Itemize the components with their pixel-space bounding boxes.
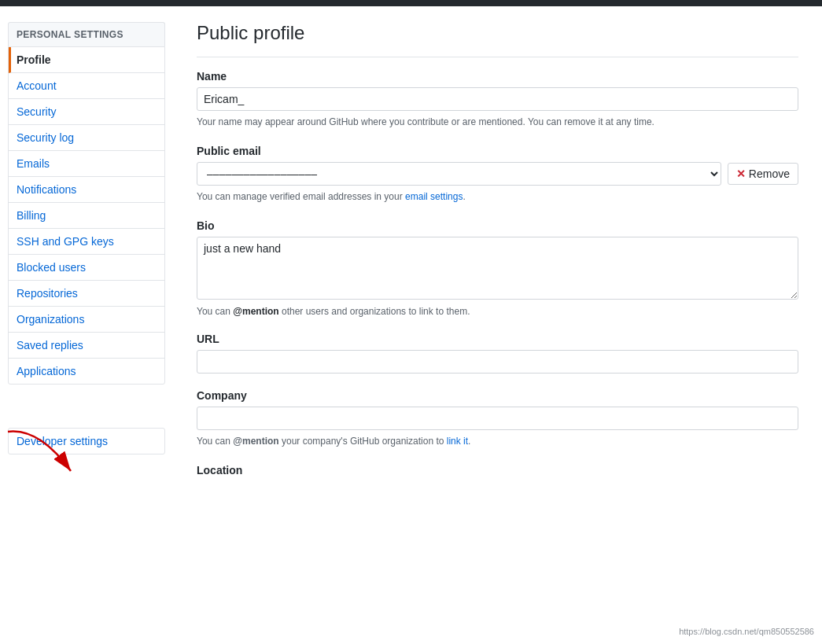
sidebar-item-billing[interactable]: Billing (9, 203, 164, 229)
sidebar-item-profile[interactable]: Profile (9, 47, 164, 73)
company-group: Company You can @mention your company's … (197, 389, 798, 448)
company-hint-mention: @mention (233, 436, 278, 447)
sidebar-item-saved-replies[interactable]: Saved replies (9, 333, 164, 359)
location-label: Location (197, 464, 798, 477)
name-hint: Your name may appear around GitHub where… (197, 115, 798, 129)
sidebar-item-notifications[interactable]: Notifications (9, 177, 164, 203)
bio-hint: You can @mention other users and organiz… (197, 306, 798, 317)
email-select-row: –––––––––––––––––– ✕ Remove (197, 162, 798, 186)
bio-hint-suffix: other users and organizations to link to… (282, 306, 470, 317)
company-hint: You can @mention your company's GitHub o… (197, 434, 798, 448)
sidebar-item-emails[interactable]: Emails (9, 151, 164, 177)
x-icon: ✕ (736, 167, 746, 180)
name-input[interactable] (197, 87, 798, 111)
remove-btn-label: Remove (749, 167, 790, 180)
sidebar-item-organizations[interactable]: Organizations (9, 307, 164, 333)
sidebar: Personal settings Profile Account Securi… (0, 22, 173, 492)
sidebar-header: Personal settings (8, 22, 165, 46)
bio-hint-prefix: You can (197, 306, 230, 317)
red-arrow (0, 428, 102, 483)
sidebar-item-ssh-gpg[interactable]: SSH and GPG keys (9, 229, 164, 255)
public-email-label: Public email (197, 145, 798, 157)
name-label: Name (197, 70, 798, 83)
bio-label: Bio (197, 219, 798, 232)
email-settings-link[interactable]: email settings (405, 191, 463, 202)
name-group: Name Your name may appear around GitHub … (197, 70, 798, 129)
location-group: Location (197, 464, 798, 477)
remove-email-button[interactable]: ✕ Remove (728, 163, 798, 185)
layout: Personal settings Profile Account Securi… (0, 6, 822, 508)
company-hint-prefix: You can (197, 436, 230, 447)
company-input[interactable] (197, 407, 798, 430)
top-bar (0, 0, 822, 6)
bio-group: Bio just a new hand You can @mention oth… (197, 219, 798, 317)
bio-hint-mention: @mention (233, 306, 278, 317)
email-hint-prefix: You can manage verified email addresses … (197, 191, 403, 202)
page-title: Public profile (197, 22, 798, 57)
sidebar-item-security-log[interactable]: Security log (9, 125, 164, 151)
sidebar-item-blocked-users[interactable]: Blocked users (9, 255, 164, 281)
url-input[interactable] (197, 350, 798, 374)
company-label: Company (197, 389, 798, 402)
url-label: URL (197, 333, 798, 345)
bio-textarea[interactable]: just a new hand (197, 237, 798, 300)
sidebar-item-repositories[interactable]: Repositories (9, 281, 164, 307)
sidebar-item-applications[interactable]: Applications (9, 359, 164, 384)
company-link-it[interactable]: link it (447, 436, 468, 447)
sidebar-nav: Profile Account Security Security log Em… (8, 46, 165, 385)
main-content: Public profile Name Your name may appear… (173, 22, 822, 492)
public-email-group: Public email –––––––––––––––––– ✕ Remove… (197, 145, 798, 204)
company-hint-mid: your company's GitHub organization to (282, 436, 444, 447)
email-select[interactable]: –––––––––––––––––– (197, 162, 721, 186)
sidebar-item-security[interactable]: Security (9, 99, 164, 125)
email-hint: You can manage verified email addresses … (197, 190, 798, 204)
url-group: URL (197, 333, 798, 374)
sidebar-item-account[interactable]: Account (9, 73, 164, 99)
